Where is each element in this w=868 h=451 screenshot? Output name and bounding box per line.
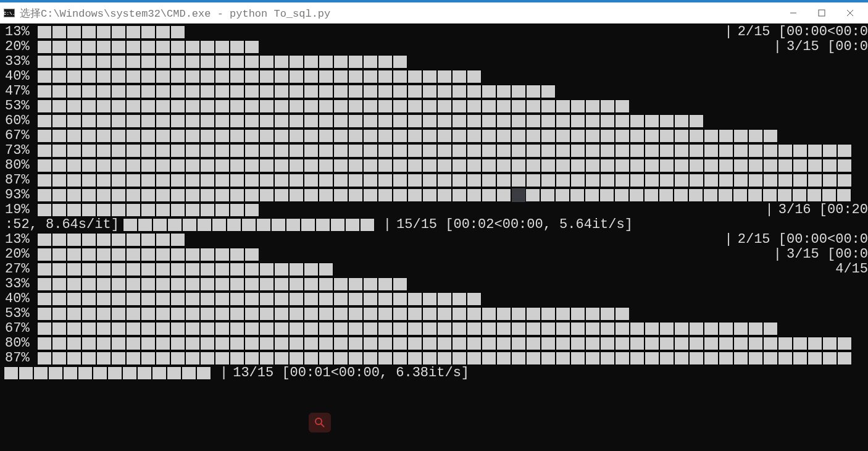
progress-cell — [378, 277, 393, 291]
progress-cell — [289, 70, 304, 83]
progress-cell — [659, 144, 674, 158]
progress-cell — [348, 114, 363, 128]
progress-cell — [407, 188, 422, 202]
progress-cell — [244, 40, 259, 54]
progress-cell — [526, 352, 541, 365]
progress-cell — [185, 85, 200, 98]
progress-cell — [437, 159, 452, 172]
progress-cell — [152, 218, 167, 232]
progress-cell — [156, 85, 170, 98]
progress-cell — [630, 114, 645, 128]
progress-cell — [126, 248, 141, 261]
progress-cell — [511, 352, 526, 365]
progress-cell — [126, 129, 141, 143]
progress-cell — [437, 144, 452, 158]
progress-cell — [141, 263, 156, 276]
progress-cell — [19, 366, 33, 380]
progress-cell — [156, 55, 170, 69]
search-icon[interactable] — [309, 413, 331, 432]
progress-cell — [348, 277, 363, 291]
progress-cell — [496, 322, 511, 335]
progress-cell — [156, 203, 170, 217]
progress-cell — [244, 55, 259, 69]
progress-summary-line: | 13/15 [00:01<00:00, 6.38it/s] — [0, 366, 868, 381]
close-button[interactable] — [836, 6, 864, 20]
progress-cell — [185, 55, 200, 69]
progress-cell — [289, 337, 304, 350]
progress-cell — [274, 188, 289, 202]
progress-cell — [570, 307, 585, 321]
progress-cell — [674, 129, 689, 143]
progress-cell — [452, 159, 467, 172]
progress-cell — [570, 144, 585, 158]
progress-cell — [170, 188, 185, 202]
console-area[interactable]: 13%|2/15 [00:00<00:020%|3/15 [00:033%40%… — [0, 23, 868, 451]
progress-cell — [437, 352, 452, 365]
progress-cell — [185, 99, 200, 113]
maximize-button[interactable] — [807, 6, 836, 20]
progress-cell — [67, 159, 81, 172]
progress-cell — [111, 85, 126, 98]
progress-cell — [733, 129, 748, 143]
progress-cell — [141, 85, 156, 98]
progress-cell — [156, 188, 170, 202]
separator: | — [774, 40, 782, 54]
progress-row: 80% — [5, 336, 868, 351]
progress-cell — [704, 129, 719, 143]
progress-cell — [230, 337, 244, 350]
progress-cell — [96, 277, 111, 291]
progress-percent: 80% — [5, 336, 37, 351]
progress-cell — [599, 188, 614, 202]
progress-cell — [52, 174, 67, 187]
progress-cell — [96, 307, 111, 321]
progress-cell — [837, 352, 852, 365]
progress-cell — [689, 114, 704, 128]
progress-cell — [111, 248, 126, 261]
progress-cell — [378, 292, 393, 306]
progress-cell — [215, 337, 230, 350]
progress-percent: 40% — [5, 69, 37, 84]
titlebar[interactable]: C:\. 选择C:\Windows\system32\CMD.exe - pyt… — [0, 2, 868, 23]
progress-cell — [422, 114, 437, 128]
progress-cell — [37, 277, 52, 291]
progress-cell — [96, 174, 111, 187]
progress-cell — [185, 144, 200, 158]
progress-cell — [244, 307, 259, 321]
progress-tail: |3/15 [00:0 — [764, 247, 868, 262]
progress-cell — [170, 292, 185, 306]
progress-cell — [674, 159, 689, 172]
progress-cell — [259, 174, 274, 187]
progress-cell — [96, 99, 111, 113]
progress-cell — [230, 352, 244, 365]
progress-cell — [200, 70, 215, 83]
progress-cell — [170, 85, 185, 98]
progress-cell — [122, 366, 137, 380]
progress-cell — [170, 307, 185, 321]
progress-cell — [704, 159, 719, 172]
progress-cell — [274, 99, 289, 113]
progress-cell — [319, 174, 333, 187]
progress-cell — [96, 263, 111, 276]
progress-cell — [570, 159, 585, 172]
progress-cell — [763, 174, 778, 187]
progress-cell — [96, 203, 111, 217]
progress-cell — [37, 25, 52, 39]
progress-cell — [289, 129, 304, 143]
progress-cell — [467, 99, 482, 113]
progress-cell — [630, 322, 645, 335]
minimize-button[interactable] — [779, 6, 807, 20]
progress-cell — [541, 99, 556, 113]
progress-cell — [348, 129, 363, 143]
progress-bar — [37, 307, 630, 321]
progress-cell — [156, 263, 170, 276]
progress-cell — [822, 337, 837, 350]
progress-cell — [467, 70, 482, 83]
progress-cell — [185, 337, 200, 350]
progress-cell — [126, 263, 141, 276]
progress-cell — [348, 292, 363, 306]
progress-cell — [703, 188, 718, 202]
progress-cell — [733, 322, 748, 335]
progress-cell — [645, 129, 659, 143]
progress-cell — [378, 144, 393, 158]
progress-cell — [274, 292, 289, 306]
